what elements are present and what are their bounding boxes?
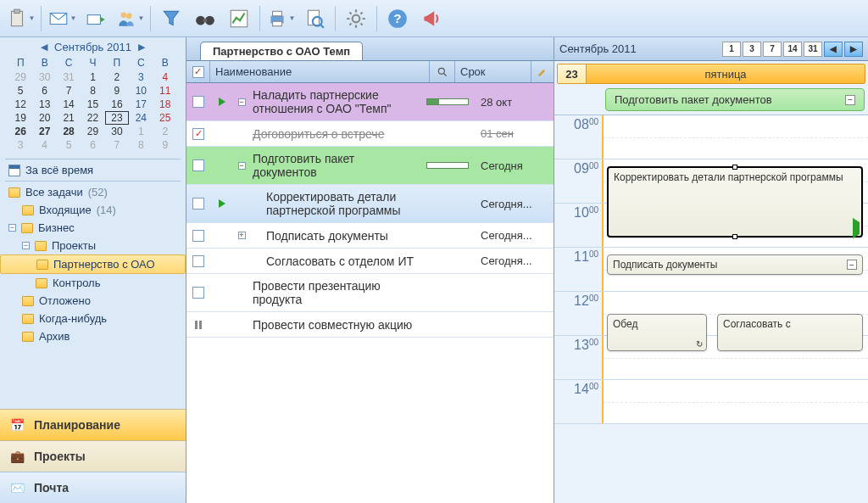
chart-icon[interactable] <box>224 3 254 34</box>
cal-day[interactable]: 25 <box>153 111 177 125</box>
cal-day[interactable]: 4 <box>153 70 177 84</box>
task-row[interactable]: ✓Договориться о встрече01 сен <box>186 121 554 147</box>
cal-day[interactable]: 19 <box>8 111 32 125</box>
event-lunch[interactable]: Обед ↻ <box>607 314 707 351</box>
task-play[interactable] <box>210 312 234 337</box>
task-row[interactable]: Провести совместную акцию <box>186 312 554 338</box>
cal-day[interactable]: 13 <box>32 98 56 111</box>
cal-day[interactable]: 9 <box>153 138 177 152</box>
task-play[interactable] <box>210 185 234 222</box>
task-tree-toggle[interactable]: − <box>234 83 249 120</box>
cal-day[interactable]: 14 <box>57 98 81 111</box>
cal-prev-icon[interactable]: ◀ <box>37 42 51 53</box>
task-row[interactable]: Провести презентацию продукта <box>186 274 554 312</box>
cal-day[interactable]: 8 <box>129 138 153 152</box>
play-icon[interactable] <box>853 222 860 234</box>
task-row[interactable]: −Наладить партнерские отношения с ОАО "Т… <box>186 83 554 121</box>
task-checkbox[interactable] <box>186 83 210 120</box>
cal-day[interactable]: 3 <box>129 70 153 84</box>
task-checkbox[interactable] <box>186 249 210 273</box>
announce-icon[interactable] <box>416 3 447 34</box>
task-play[interactable] <box>210 83 234 120</box>
cal-day[interactable]: 28 <box>57 125 81 138</box>
cal-day[interactable]: 7 <box>57 84 81 98</box>
cal-day[interactable]: 10 <box>129 84 153 98</box>
cal-day[interactable]: 30 <box>32 70 56 84</box>
gear-icon[interactable] <box>341 3 371 34</box>
task-tree-toggle[interactable]: − <box>234 147 249 184</box>
task-tree-toggle[interactable]: + <box>234 223 249 248</box>
cal-day[interactable]: 26 <box>8 125 32 138</box>
printer-icon[interactable]: ▼ <box>265 3 296 34</box>
mail-reply-icon[interactable] <box>81 3 111 34</box>
task-checkbox[interactable]: ✓ <box>186 121 210 146</box>
cal-day[interactable]: 1 <box>81 70 104 84</box>
cal-day[interactable]: 18 <box>153 98 177 111</box>
view-31[interactable]: 31 <box>804 42 822 57</box>
cal-day[interactable]: 20 <box>32 111 56 125</box>
cal-day[interactable]: 6 <box>32 84 56 98</box>
users-icon[interactable]: ▼ <box>114 3 145 34</box>
event-correcting[interactable]: Корректировать детали партнерской програ… <box>607 166 863 238</box>
help-icon[interactable]: ? <box>382 3 413 34</box>
cal-day[interactable]: 8 <box>81 84 104 98</box>
task-tree-toggle[interactable] <box>234 274 249 311</box>
hour-cell[interactable] <box>604 115 868 159</box>
col-name[interactable]: Наименование <box>210 61 430 82</box>
cal-day[interactable]: 7 <box>105 138 129 152</box>
task-checkbox[interactable] <box>186 223 210 248</box>
cal-day[interactable]: 23 <box>105 111 129 125</box>
cal-day[interactable]: 1 <box>129 125 153 138</box>
nav-planning[interactable]: 📅Планирование <box>0 409 186 440</box>
sidebar-archive[interactable]: Архив <box>0 327 186 345</box>
sidebar-projects[interactable]: −Проекты <box>0 237 186 254</box>
col-search[interactable] <box>430 61 455 82</box>
sidebar-business[interactable]: −Бизнес <box>0 219 186 237</box>
task-play[interactable] <box>210 147 234 184</box>
view-14[interactable]: 14 <box>783 42 802 57</box>
col-checkbox[interactable]: ✓ <box>186 61 210 82</box>
sidebar-partnership[interactable]: Партнерство с ОАО <box>0 254 186 274</box>
task-checkbox[interactable] <box>186 147 210 184</box>
task-play[interactable] <box>210 274 234 311</box>
view-next-icon[interactable]: ▶ <box>844 42 863 57</box>
hour-cell[interactable] <box>604 380 868 423</box>
cal-day[interactable]: 6 <box>81 138 104 152</box>
task-play[interactable] <box>210 249 234 273</box>
cal-day[interactable]: 16 <box>105 98 129 111</box>
cal-day[interactable]: 11 <box>153 84 177 98</box>
cal-day[interactable]: 5 <box>8 84 32 98</box>
task-checkbox[interactable] <box>186 312 210 337</box>
task-play[interactable] <box>210 121 234 146</box>
funnel-icon[interactable] <box>156 3 186 34</box>
print-preview-icon[interactable] <box>299 3 330 34</box>
sidebar-control[interactable]: Контроль <box>0 274 186 292</box>
cal-day[interactable]: 2 <box>153 125 177 138</box>
cal-day[interactable]: 27 <box>32 125 56 138</box>
view-prev-icon[interactable]: ◀ <box>824 42 843 57</box>
cal-day[interactable]: 21 <box>57 111 81 125</box>
tab-partnership[interactable]: Партнерство с ОАО Темп <box>200 42 363 60</box>
task-row[interactable]: −Подготовить пакет документовСегодня <box>186 147 554 185</box>
cal-day[interactable]: 5 <box>57 138 81 152</box>
cal-day[interactable]: 17 <box>129 98 153 111</box>
cal-day[interactable]: 30 <box>105 125 129 138</box>
collapse-icon[interactable]: − <box>22 242 30 249</box>
cal-day[interactable]: 15 <box>81 98 104 111</box>
cal-day[interactable]: 4 <box>32 138 56 152</box>
allday-event[interactable]: Подготовить пакет документов − <box>605 88 865 111</box>
col-date[interactable]: Срок <box>455 61 531 82</box>
cal-day[interactable]: 12 <box>8 98 32 111</box>
sidebar-someday[interactable]: Когда-нибудь <box>0 310 186 327</box>
sidebar-alltime[interactable]: За всё время <box>0 161 186 179</box>
minus-icon[interactable]: − <box>847 260 857 270</box>
task-row[interactable]: Согласовать с отделом ИТСегодня... <box>186 249 554 274</box>
nav-projects[interactable]: 💼Проекты <box>0 440 186 472</box>
cal-day[interactable]: 2 <box>105 70 129 84</box>
sidebar-deferred[interactable]: Отложено <box>0 292 186 310</box>
cal-day[interactable]: 29 <box>8 70 32 84</box>
task-row[interactable]: +Подписать документыСегодня... <box>186 223 554 249</box>
collapse-icon[interactable]: − <box>8 224 16 232</box>
view-3[interactable]: 3 <box>743 42 761 57</box>
task-tree-toggle[interactable] <box>234 312 249 337</box>
